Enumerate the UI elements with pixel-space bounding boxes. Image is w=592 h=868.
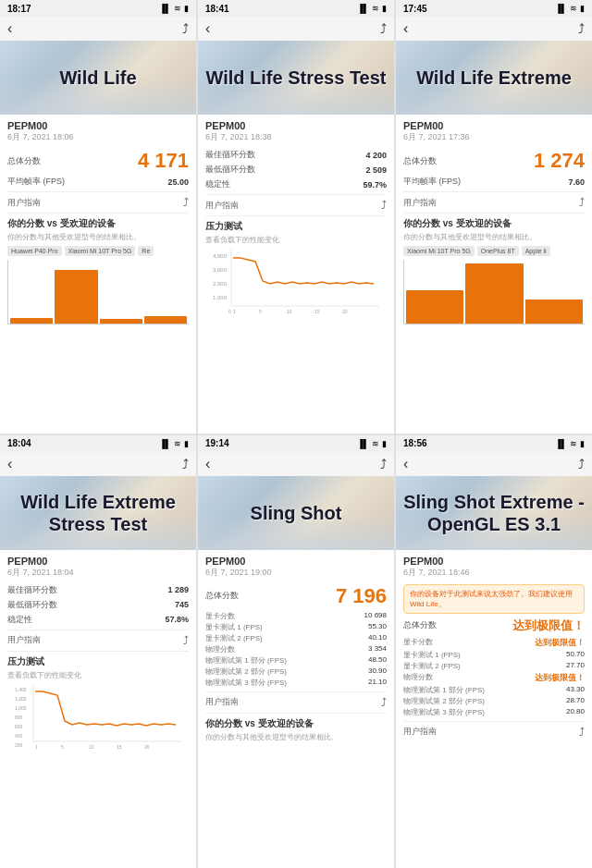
time-1: 18:17 bbox=[7, 4, 31, 14]
top-bar-3: ‹ ⤴ bbox=[396, 17, 592, 41]
device-tab-2[interactable]: Xiaomi Mi 10T Pro 5G bbox=[65, 246, 136, 256]
hero-banner-3: Wild Life Extreme bbox=[396, 41, 592, 115]
graphics-score-label-6: 显卡分数 bbox=[403, 637, 433, 649]
total-score-label-6: 总体分数 bbox=[403, 619, 437, 631]
time-6: 18:56 bbox=[403, 438, 427, 448]
signal-icon-2: ▐▌ bbox=[357, 4, 369, 13]
date-6: 6月 7, 2021 18:46 bbox=[403, 567, 585, 579]
comparison-subtitle-5: 你的分数与其他受欢迎型号的结果相比。 bbox=[205, 732, 387, 742]
time-2: 18:41 bbox=[205, 4, 229, 14]
content-5: PEPM00 6月 7, 2021 19:00 总体分数 7 196 显卡分数 … bbox=[198, 550, 394, 869]
device-tab-3[interactable]: Re bbox=[138, 246, 154, 256]
total-score-row-6: 总体分数 达到极限值！ bbox=[403, 617, 585, 634]
username-2: PEPM00 bbox=[205, 120, 387, 131]
share-icon-4[interactable]: ⤴ bbox=[183, 634, 189, 647]
fps-value-3: 7.60 bbox=[568, 177, 585, 187]
status-icons-2: ▐▌ ≋ ▮ bbox=[357, 4, 387, 13]
bar-2 bbox=[55, 270, 97, 324]
pressure-subtitle-2: 查看负载下的性能变化 bbox=[205, 235, 387, 245]
back-button-3[interactable]: ‹ bbox=[403, 20, 408, 37]
stability-label: 稳定性 bbox=[205, 178, 230, 190]
guide-label-1[interactable]: 用户指南 bbox=[7, 197, 41, 209]
divider-2b bbox=[205, 215, 387, 216]
worst-loop-row: 最低循环分数 2 509 bbox=[205, 164, 387, 176]
share-button-2[interactable]: ⤴ bbox=[380, 21, 387, 36]
back-button-1[interactable]: ‹ bbox=[7, 20, 12, 37]
share-button-1[interactable]: ⤴ bbox=[182, 21, 189, 36]
top-bar-2: ‹ ⤴ bbox=[198, 17, 394, 41]
battery-icon-2: ▮ bbox=[382, 4, 387, 13]
share-icon-2[interactable]: ⤴ bbox=[381, 199, 387, 212]
divider-2 bbox=[205, 194, 387, 195]
guide-label-4[interactable]: 用户指南 bbox=[7, 634, 41, 646]
guide-label-6[interactable]: 用户指南 bbox=[403, 726, 437, 738]
back-button-6[interactable]: ‹ bbox=[403, 456, 408, 472]
worst-loop-label: 最低循环分数 bbox=[205, 164, 255, 176]
graphics-t2-label-6: 显卡测试 2 (FPS) bbox=[403, 661, 461, 671]
svg-text:3,000: 3,000 bbox=[213, 267, 228, 273]
hero-title-6: Sling Shot Extreme - OpenGL ES 3.1 bbox=[396, 491, 592, 535]
pressure-title-2: 压力测试 bbox=[205, 220, 387, 233]
guide-label-2[interactable]: 用户指南 bbox=[205, 200, 239, 212]
graphics-t2-label-5: 显卡测试 2 (FPS) bbox=[205, 633, 263, 643]
line-chart-4: 1,400 1,200 1,000 800 600 400 200 1 5 10… bbox=[7, 684, 189, 753]
svg-text:1,000: 1,000 bbox=[213, 295, 228, 300]
divider-6 bbox=[403, 721, 585, 722]
battery-icon-4: ▮ bbox=[184, 439, 189, 448]
physics-t3-value-5: 21.10 bbox=[368, 678, 387, 688]
wifi-icon-5: ≋ bbox=[372, 439, 379, 448]
share-button-4[interactable]: ⤴ bbox=[182, 457, 189, 471]
share-button-3[interactable]: ⤴ bbox=[578, 21, 585, 36]
guide-label-5[interactable]: 用户指南 bbox=[205, 696, 239, 708]
back-button-4[interactable]: ‹ bbox=[7, 456, 12, 472]
total-score-value-5: 7 196 bbox=[336, 584, 387, 608]
share-icon-3[interactable]: ⤴ bbox=[579, 196, 585, 209]
wifi-icon-3: ≋ bbox=[570, 4, 577, 13]
graphics-score-row-6: 显卡分数 达到极限值！ bbox=[403, 637, 585, 649]
graphics-t1-row-5: 显卡测试 1 (FPS) 55.30 bbox=[205, 622, 387, 632]
back-button-5[interactable]: ‹ bbox=[205, 456, 210, 472]
graphics-score-value-6: 达到极限值！ bbox=[535, 637, 585, 649]
physics-t1-value-5: 48.50 bbox=[368, 655, 387, 666]
status-bar-6: 18:56 ▐▌ ≋ ▮ bbox=[396, 435, 592, 452]
status-bar-5: 19:14 ▐▌ ≋ ▮ bbox=[198, 435, 394, 452]
device-tab-3c[interactable]: Apple ii bbox=[522, 246, 550, 256]
graphics-t2-row-6: 显卡测试 2 (FPS) 27.70 bbox=[403, 661, 585, 671]
svg-text:10: 10 bbox=[89, 744, 94, 750]
share-button-5[interactable]: ⤴ bbox=[380, 457, 387, 471]
guide-label-3[interactable]: 用户指南 bbox=[403, 197, 437, 209]
best-loop-row: 最佳循环分数 4 200 bbox=[205, 149, 387, 161]
svg-text:1: 1 bbox=[233, 309, 236, 314]
physics-t2-value-5: 30.90 bbox=[368, 666, 387, 677]
physics-score-row-5: 物理分数 3 354 bbox=[205, 644, 387, 654]
bar-3 bbox=[100, 319, 142, 324]
pressure-title-4: 压力测试 bbox=[7, 655, 189, 668]
device-tab-3a[interactable]: Xiaomi Mi 10T Pro 5G bbox=[403, 246, 475, 256]
share-button-6[interactable]: ⤴ bbox=[578, 457, 585, 471]
stability-row-4: 稳定性 57.8% bbox=[7, 614, 189, 626]
username-4: PEPM00 bbox=[7, 556, 189, 567]
wifi-icon: ≋ bbox=[174, 4, 181, 13]
worst-loop-row-4: 最低循环分数 745 bbox=[7, 599, 189, 611]
share-icon-5[interactable]: ⤴ bbox=[381, 696, 387, 709]
panel-wild-life: 18:17 ▐▌ ≋ ▮ ‹ ⤴ Wild Life PEPM00 6月 7, … bbox=[0, 0, 196, 434]
physics-score-label-5: 物理分数 bbox=[205, 644, 235, 654]
top-bar-5: ‹ ⤴ bbox=[198, 452, 394, 476]
total-score-label-1: 总体分数 bbox=[7, 155, 41, 167]
device-tab-1[interactable]: Huawei P40 Pro bbox=[7, 246, 62, 256]
physics-t3-label-6: 物理测试第 3 部分 (FPS) bbox=[403, 707, 485, 717]
share-icon-6[interactable]: ⤴ bbox=[579, 726, 585, 739]
back-button-2[interactable]: ‹ bbox=[205, 20, 210, 37]
total-score-value-3: 1 274 bbox=[534, 149, 585, 173]
stability-value-4: 57.8% bbox=[165, 615, 189, 624]
device-tab-3b[interactable]: OnePlus 8T bbox=[477, 246, 519, 256]
divider-3b bbox=[403, 213, 585, 214]
fps-row-1: 平均帧率 (FPS) 25.00 bbox=[7, 176, 189, 188]
svg-text:0: 0 bbox=[228, 309, 231, 314]
graphics-score-row-5: 显卡分数 10 698 bbox=[205, 611, 387, 621]
username-3: PEPM00 bbox=[403, 120, 585, 131]
info-box-6: 你的设备对于此测试来说太强劲了。我们建议使用 Wild Life。 bbox=[403, 584, 585, 614]
share-icon-1[interactable]: ⤴ bbox=[183, 196, 189, 209]
hero-banner-4: Wild Life Extreme Stress Test bbox=[0, 476, 196, 550]
top-bar-6: ‹ ⤴ bbox=[396, 452, 592, 476]
